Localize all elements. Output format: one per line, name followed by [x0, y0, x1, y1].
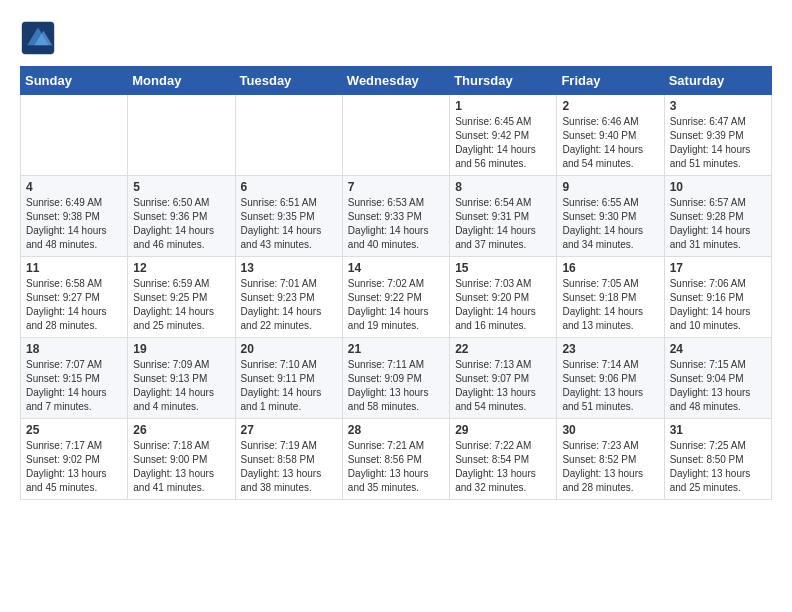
- day-info: Sunrise: 6:53 AM Sunset: 9:33 PM Dayligh…: [348, 196, 444, 252]
- day-info: Sunrise: 7:15 AM Sunset: 9:04 PM Dayligh…: [670, 358, 766, 414]
- day-info: Sunrise: 7:23 AM Sunset: 8:52 PM Dayligh…: [562, 439, 658, 495]
- day-number: 31: [670, 423, 766, 437]
- day-number: 27: [241, 423, 337, 437]
- day-info: Sunrise: 7:06 AM Sunset: 9:16 PM Dayligh…: [670, 277, 766, 333]
- calendar-cell-4-7: 24Sunrise: 7:15 AM Sunset: 9:04 PM Dayli…: [664, 338, 771, 419]
- week-row-2: 4Sunrise: 6:49 AM Sunset: 9:38 PM Daylig…: [21, 176, 772, 257]
- day-number: 5: [133, 180, 229, 194]
- logo: [20, 20, 62, 56]
- day-number: 24: [670, 342, 766, 356]
- day-info: Sunrise: 6:50 AM Sunset: 9:36 PM Dayligh…: [133, 196, 229, 252]
- day-number: 11: [26, 261, 122, 275]
- weekday-header-thursday: Thursday: [450, 67, 557, 95]
- calendar-cell-4-5: 22Sunrise: 7:13 AM Sunset: 9:07 PM Dayli…: [450, 338, 557, 419]
- day-number: 30: [562, 423, 658, 437]
- calendar-cell-3-1: 11Sunrise: 6:58 AM Sunset: 9:27 PM Dayli…: [21, 257, 128, 338]
- weekday-header-row: SundayMondayTuesdayWednesdayThursdayFrid…: [21, 67, 772, 95]
- calendar-cell-2-6: 9Sunrise: 6:55 AM Sunset: 9:30 PM Daylig…: [557, 176, 664, 257]
- day-number: 15: [455, 261, 551, 275]
- day-number: 28: [348, 423, 444, 437]
- day-number: 4: [26, 180, 122, 194]
- calendar-cell-1-2: [128, 95, 235, 176]
- day-number: 17: [670, 261, 766, 275]
- calendar-cell-3-4: 14Sunrise: 7:02 AM Sunset: 9:22 PM Dayli…: [342, 257, 449, 338]
- day-number: 19: [133, 342, 229, 356]
- weekday-header-sunday: Sunday: [21, 67, 128, 95]
- day-number: 9: [562, 180, 658, 194]
- day-info: Sunrise: 7:25 AM Sunset: 8:50 PM Dayligh…: [670, 439, 766, 495]
- calendar-cell-2-5: 8Sunrise: 6:54 AM Sunset: 9:31 PM Daylig…: [450, 176, 557, 257]
- day-number: 1: [455, 99, 551, 113]
- calendar-cell-3-5: 15Sunrise: 7:03 AM Sunset: 9:20 PM Dayli…: [450, 257, 557, 338]
- logo-icon: [20, 20, 56, 56]
- calendar-cell-5-7: 31Sunrise: 7:25 AM Sunset: 8:50 PM Dayli…: [664, 419, 771, 500]
- day-info: Sunrise: 7:10 AM Sunset: 9:11 PM Dayligh…: [241, 358, 337, 414]
- day-info: Sunrise: 7:17 AM Sunset: 9:02 PM Dayligh…: [26, 439, 122, 495]
- day-number: 16: [562, 261, 658, 275]
- calendar-cell-3-2: 12Sunrise: 6:59 AM Sunset: 9:25 PM Dayli…: [128, 257, 235, 338]
- calendar-cell-1-7: 3Sunrise: 6:47 AM Sunset: 9:39 PM Daylig…: [664, 95, 771, 176]
- day-info: Sunrise: 7:09 AM Sunset: 9:13 PM Dayligh…: [133, 358, 229, 414]
- day-info: Sunrise: 7:19 AM Sunset: 8:58 PM Dayligh…: [241, 439, 337, 495]
- calendar-cell-1-4: [342, 95, 449, 176]
- day-number: 29: [455, 423, 551, 437]
- day-number: 23: [562, 342, 658, 356]
- day-number: 26: [133, 423, 229, 437]
- calendar: SundayMondayTuesdayWednesdayThursdayFrid…: [20, 66, 772, 500]
- calendar-cell-2-2: 5Sunrise: 6:50 AM Sunset: 9:36 PM Daylig…: [128, 176, 235, 257]
- day-info: Sunrise: 6:55 AM Sunset: 9:30 PM Dayligh…: [562, 196, 658, 252]
- day-number: 12: [133, 261, 229, 275]
- calendar-cell-5-4: 28Sunrise: 7:21 AM Sunset: 8:56 PM Dayli…: [342, 419, 449, 500]
- calendar-cell-1-1: [21, 95, 128, 176]
- day-info: Sunrise: 7:11 AM Sunset: 9:09 PM Dayligh…: [348, 358, 444, 414]
- day-info: Sunrise: 7:14 AM Sunset: 9:06 PM Dayligh…: [562, 358, 658, 414]
- weekday-header-saturday: Saturday: [664, 67, 771, 95]
- day-info: Sunrise: 6:45 AM Sunset: 9:42 PM Dayligh…: [455, 115, 551, 171]
- calendar-cell-2-4: 7Sunrise: 6:53 AM Sunset: 9:33 PM Daylig…: [342, 176, 449, 257]
- day-info: Sunrise: 6:59 AM Sunset: 9:25 PM Dayligh…: [133, 277, 229, 333]
- day-number: 6: [241, 180, 337, 194]
- weekday-header-monday: Monday: [128, 67, 235, 95]
- calendar-cell-3-6: 16Sunrise: 7:05 AM Sunset: 9:18 PM Dayli…: [557, 257, 664, 338]
- day-info: Sunrise: 6:57 AM Sunset: 9:28 PM Dayligh…: [670, 196, 766, 252]
- calendar-cell-4-6: 23Sunrise: 7:14 AM Sunset: 9:06 PM Dayli…: [557, 338, 664, 419]
- day-info: Sunrise: 7:05 AM Sunset: 9:18 PM Dayligh…: [562, 277, 658, 333]
- calendar-cell-5-6: 30Sunrise: 7:23 AM Sunset: 8:52 PM Dayli…: [557, 419, 664, 500]
- weekday-header-tuesday: Tuesday: [235, 67, 342, 95]
- calendar-cell-5-3: 27Sunrise: 7:19 AM Sunset: 8:58 PM Dayli…: [235, 419, 342, 500]
- calendar-cell-2-1: 4Sunrise: 6:49 AM Sunset: 9:38 PM Daylig…: [21, 176, 128, 257]
- week-row-3: 11Sunrise: 6:58 AM Sunset: 9:27 PM Dayli…: [21, 257, 772, 338]
- week-row-4: 18Sunrise: 7:07 AM Sunset: 9:15 PM Dayli…: [21, 338, 772, 419]
- day-info: Sunrise: 6:58 AM Sunset: 9:27 PM Dayligh…: [26, 277, 122, 333]
- calendar-cell-1-6: 2Sunrise: 6:46 AM Sunset: 9:40 PM Daylig…: [557, 95, 664, 176]
- calendar-cell-5-5: 29Sunrise: 7:22 AM Sunset: 8:54 PM Dayli…: [450, 419, 557, 500]
- day-info: Sunrise: 6:51 AM Sunset: 9:35 PM Dayligh…: [241, 196, 337, 252]
- day-info: Sunrise: 6:47 AM Sunset: 9:39 PM Dayligh…: [670, 115, 766, 171]
- calendar-cell-2-3: 6Sunrise: 6:51 AM Sunset: 9:35 PM Daylig…: [235, 176, 342, 257]
- day-info: Sunrise: 7:03 AM Sunset: 9:20 PM Dayligh…: [455, 277, 551, 333]
- week-row-5: 25Sunrise: 7:17 AM Sunset: 9:02 PM Dayli…: [21, 419, 772, 500]
- day-number: 13: [241, 261, 337, 275]
- day-number: 14: [348, 261, 444, 275]
- day-info: Sunrise: 7:01 AM Sunset: 9:23 PM Dayligh…: [241, 277, 337, 333]
- weekday-header-friday: Friday: [557, 67, 664, 95]
- calendar-cell-2-7: 10Sunrise: 6:57 AM Sunset: 9:28 PM Dayli…: [664, 176, 771, 257]
- calendar-cell-5-2: 26Sunrise: 7:18 AM Sunset: 9:00 PM Dayli…: [128, 419, 235, 500]
- day-info: Sunrise: 7:22 AM Sunset: 8:54 PM Dayligh…: [455, 439, 551, 495]
- day-info: Sunrise: 6:49 AM Sunset: 9:38 PM Dayligh…: [26, 196, 122, 252]
- day-number: 10: [670, 180, 766, 194]
- calendar-cell-5-1: 25Sunrise: 7:17 AM Sunset: 9:02 PM Dayli…: [21, 419, 128, 500]
- day-info: Sunrise: 7:02 AM Sunset: 9:22 PM Dayligh…: [348, 277, 444, 333]
- calendar-cell-4-1: 18Sunrise: 7:07 AM Sunset: 9:15 PM Dayli…: [21, 338, 128, 419]
- day-number: 20: [241, 342, 337, 356]
- day-info: Sunrise: 7:21 AM Sunset: 8:56 PM Dayligh…: [348, 439, 444, 495]
- day-number: 25: [26, 423, 122, 437]
- day-number: 8: [455, 180, 551, 194]
- calendar-cell-1-5: 1Sunrise: 6:45 AM Sunset: 9:42 PM Daylig…: [450, 95, 557, 176]
- day-info: Sunrise: 7:18 AM Sunset: 9:00 PM Dayligh…: [133, 439, 229, 495]
- day-info: Sunrise: 6:54 AM Sunset: 9:31 PM Dayligh…: [455, 196, 551, 252]
- calendar-cell-1-3: [235, 95, 342, 176]
- day-number: 21: [348, 342, 444, 356]
- day-number: 3: [670, 99, 766, 113]
- header: [20, 20, 772, 56]
